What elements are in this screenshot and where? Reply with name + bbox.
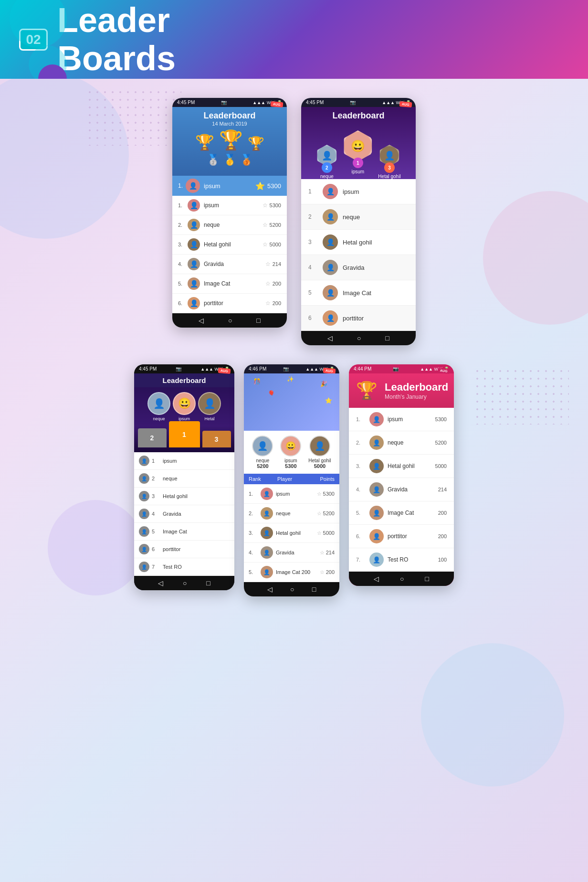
dots-pattern-2 [473, 367, 569, 425]
trophy-silver: 🏆 [195, 133, 214, 151]
recent-icon-3: □ [206, 579, 210, 587]
star-1: ☆ [262, 202, 268, 209]
back-icon-2: ◁ [327, 334, 333, 342]
bronze-trophy-icon: 🏆 [248, 136, 264, 151]
phone2-row-3: 3 👤 Hetal gohil [301, 230, 416, 255]
bg-decoration-4 [421, 643, 564, 786]
recent-icon-5: □ [425, 575, 429, 583]
phone2-avatar-6: 👤 [323, 310, 338, 326]
phone4-row-2: 2. 👤 neque ☆ 5200 [244, 504, 339, 523]
top-player-avatar: 👤 [186, 179, 200, 193]
player-row-3: 3. 👤 Hetal gohil ☆ 5000 [172, 235, 287, 255]
phone3-avatar-2: 👤 [147, 392, 170, 415]
confetti-5: ⭐ [325, 397, 332, 404]
medal-silver: 🥈 [207, 154, 220, 166]
col-points-header: Points [306, 476, 335, 482]
phone3-row-2: 👤 2 neque [134, 470, 234, 488]
phone1-nav-bar: ◁ ○ □ [172, 313, 287, 328]
phone4-avatar-3: 👤 [261, 527, 273, 539]
phone1-player-list: 1. 👤 ipsum ☆ 5300 2. 👤 neque ☆ 5200 [172, 196, 287, 313]
phone4-top-players: 👤 neque 5200 😀 ipsum 5300 👤 Hetal gohil … [244, 431, 339, 474]
phone4-row-3: 3. 👤 Hetal gohil ☆ 5000 [244, 523, 339, 543]
phone1-trophy-area: 🏆 🏆 🏆 [172, 127, 287, 151]
phone2-nav-bar: ◁ ○ □ [301, 331, 416, 345]
avatar-2: 👤 [188, 219, 200, 231]
phone3-player-3: 👤 Hetal [198, 392, 221, 421]
phone4-top-avatar-3: 👤 [309, 436, 330, 457]
phone1-top-player: 1. 👤 ipsum ⭐ 5300 [172, 176, 287, 196]
phone3-row-7: 👤 7 Test RO [134, 558, 234, 576]
phone2-row-2: 2 👤 neque [301, 204, 416, 230]
player-row-4: 4. 👤 Gravida ☆ 214 [172, 255, 287, 274]
phone3-time: 4:45 PM [139, 366, 157, 372]
confetti-3: 🎈 [268, 390, 275, 397]
phone5-title-block: Leaderboard Month's January [385, 381, 448, 400]
home-icon-2: ○ [357, 334, 361, 342]
phone3-row-1: 👤 1 ipsum [134, 452, 234, 470]
phone-3: 4:45 PM 📷 ▲▲▲ WiFi 🔋 AUG Leaderboard 👤 n… [134, 364, 234, 590]
top-rank: 1. [178, 182, 183, 189]
phone4-player-list: 1. 👤 ipsum ☆ 5300 2. 👤 neque ☆ 5200 [244, 484, 339, 582]
star-2: ☆ [262, 222, 268, 228]
phone5-row-7: 7. 👤 Test RO 100 [349, 548, 454, 572]
star-3: ☆ [262, 241, 268, 248]
phone1-header: Leaderboard 14 March 2019 🏆 🏆 🏆 [172, 107, 287, 176]
rank-badge-1: 1 [353, 158, 363, 168]
phone-5: 4:44 PM 📷 ▲▲▲ WiFi 🔋 AUG 🏆 Leaderboard M… [349, 364, 454, 586]
back-icon: ◁ [199, 317, 204, 324]
signal-icon: ▲▲▲ [252, 100, 265, 105]
recent-icon-4: □ [312, 585, 316, 593]
phone4-row-5: 5. 👤 Image Cat 200 ☆ 200 [244, 563, 339, 582]
phone3-player-1: 😀 ipsum [173, 392, 196, 421]
phone5-avatar-6: 👤 [369, 529, 384, 543]
phone4-top-player-1: 😀 ipsum 5300 [280, 436, 301, 469]
star-4: ☆ [265, 261, 271, 267]
player-row-2: 2. 👤 neque ☆ 5200 [172, 215, 287, 235]
phone5-avatar-2: 👤 [369, 436, 384, 450]
phone-2-container: 4:45 PM 📷 ▲▲▲ WiFi 🔋 AUG Leaderboard 👤 2 [301, 98, 416, 345]
phone-4: 4:46 PM 📷 ▲▲▲ WiFi 🔋 AUG 🎊 🎉 🎈 ✨ ⭐ [244, 364, 339, 596]
phone5-row-6: 6. 👤 porttitor 200 [349, 525, 454, 548]
aug-badge-3: AUG [218, 368, 231, 374]
podium-block-2: 2 [138, 428, 167, 447]
avatar-5: 👤 [188, 277, 200, 290]
confetti-4: ✨ [287, 376, 294, 383]
phone5-subtitle: Month's January [385, 393, 448, 400]
phone5-row-4: 4. 👤 Gravida 214 [349, 478, 454, 501]
avatar-face: 👤 [189, 182, 197, 190]
phone3-title: Leaderboard [163, 376, 206, 384]
phone2-avatar-4: 👤 [323, 260, 338, 275]
phone5-title: Leaderboard [385, 381, 448, 393]
phone1-time: 4:45 PM [177, 100, 195, 105]
phone5-header: 🏆 Leaderboard Month's January [349, 373, 454, 408]
phone5-nav-bar: ◁ ○ □ [349, 572, 454, 586]
phone5-row-3: 3. 👤 Hetal gohil 5000 [349, 455, 454, 478]
phone5-avatar-7: 👤 [369, 553, 384, 567]
col-rank-header: Rank [249, 476, 277, 482]
back-icon-3: ◁ [158, 579, 163, 587]
phone2-title: Leaderboard [301, 111, 416, 126]
star-icon-top: ⭐ [255, 181, 265, 191]
phone2-camera-icon: 📷 [350, 100, 356, 105]
player-row-5: 5. 👤 Image Cat ☆ 200 [172, 274, 287, 294]
phone4-avatar-4: 👤 [261, 546, 273, 559]
phone4-avatar-2: 👤 [261, 507, 273, 520]
phone2-avatar-1: 👤 [323, 184, 338, 199]
phone2-podium-area: 👤 2 neque 😀 1 ipsum 👤 [301, 126, 416, 179]
podium-player-2: 👤 2 neque [316, 145, 337, 179]
phone4-top-player-3: 👤 Hetal gohil 5000 [308, 436, 331, 469]
phone5-player-list: 1. 👤 ipsum 5300 2. 👤 neque 5200 3. 👤 [349, 408, 454, 572]
main-content: 4:45 PM 📷 ▲▲▲ WiFi 🔋 AUG Leaderboard 14 … [0, 79, 588, 616]
phone5-trophy-icon: 🏆 [356, 381, 378, 401]
phone-3-container: 4:45 PM 📷 ▲▲▲ WiFi 🔋 AUG Leaderboard 👤 n… [134, 364, 234, 596]
back-icon-4: ◁ [267, 585, 273, 593]
confetti-1: 🎊 [253, 378, 261, 385]
phone4-time: 4:46 PM [249, 366, 266, 372]
phone1-camera-icon: 📷 [221, 100, 227, 105]
phone-2: 4:45 PM 📷 ▲▲▲ WiFi 🔋 AUG Leaderboard 👤 2 [301, 98, 416, 345]
phone4-avatar-1: 👤 [261, 488, 273, 500]
home-icon-5: ○ [400, 575, 404, 583]
phone2-avatar-3: 👤 [323, 234, 338, 250]
recent-icon: □ [256, 317, 260, 324]
phone5-avatar-4: 👤 [369, 482, 384, 497]
